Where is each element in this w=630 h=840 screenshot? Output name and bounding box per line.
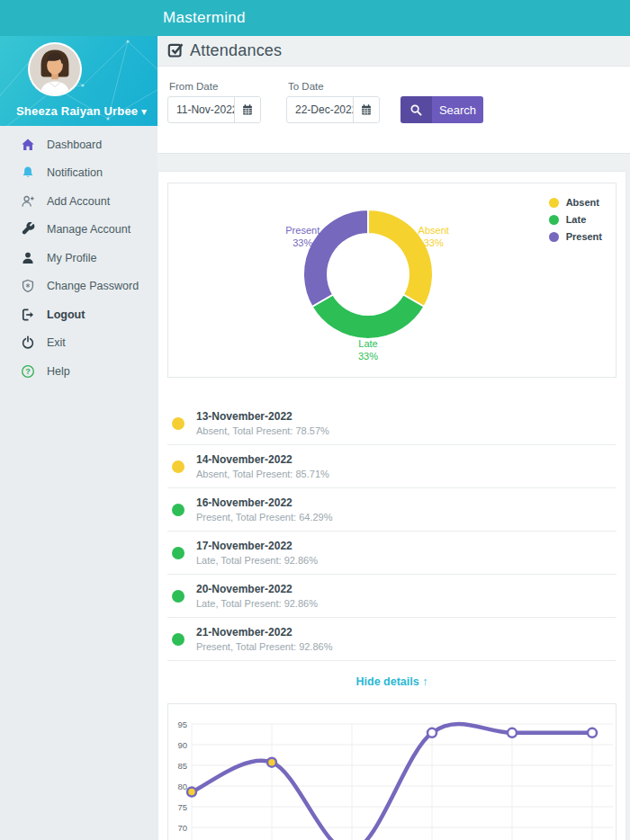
list-item-detail: Late, Total Present: 92.86% xyxy=(196,555,318,566)
list-item-date: 21-November-2022 xyxy=(196,626,332,639)
status-dot xyxy=(172,460,184,473)
sidebar-item-manage-account[interactable]: Manage Account xyxy=(0,216,158,245)
list-item-detail: Absent, Total Present: 85.71% xyxy=(196,469,329,479)
list-item-detail: Late, Total Present: 92.86% xyxy=(196,598,318,609)
status-dot xyxy=(172,547,184,559)
sidebar-item-label: Dashboard xyxy=(47,139,102,151)
sidebar-profile: Sheeza Raiyan Urbee ▾ xyxy=(0,36,158,126)
list-item[interactable]: 20-November-2022Late, Total Present: 92.… xyxy=(167,575,616,618)
list-item-detail: Present, Total Present: 92.86% xyxy=(196,641,332,652)
list-item-date: 14-November-2022 xyxy=(196,453,329,466)
sidebar-item-add-account[interactable]: Add Account xyxy=(0,187,158,216)
to-date-value[interactable]: 22-Dec-2022 xyxy=(287,97,353,122)
legend-dot xyxy=(549,215,559,225)
hide-details-label: Hide details xyxy=(356,675,419,688)
list-item[interactable]: 17-November-2022Late, Total Present: 92.… xyxy=(167,532,616,575)
sidebar-item-change-password[interactable]: Change Password xyxy=(0,273,158,301)
sidebar-item-help[interactable]: ? Help xyxy=(0,357,158,386)
list-item-date: 17-November-2022 xyxy=(196,540,318,552)
avatar-illustration xyxy=(30,44,80,94)
svg-text:75: 75 xyxy=(177,802,187,812)
user-menu[interactable]: Sheeza Raiyan Urbee ▾ xyxy=(16,104,147,118)
user-name: Sheeza Raiyan Urbee xyxy=(16,104,138,118)
search-button[interactable]: Search xyxy=(400,96,483,123)
legend-item-absent[interactable]: Absent xyxy=(549,197,602,208)
shield-icon xyxy=(20,279,35,294)
svg-text:Late33%: Late33% xyxy=(358,338,378,362)
search-button-label: Search xyxy=(432,96,483,123)
list-item-date: 13-November-2022 xyxy=(196,410,329,423)
legend-label: Late xyxy=(566,214,587,225)
list-item[interactable]: 16-November-2022Present, Total Present: … xyxy=(167,488,616,532)
list-item[interactable]: 13-November-2022Absent, Total Present: 7… xyxy=(167,402,616,445)
wrench-icon xyxy=(20,222,35,237)
help-icon: ? xyxy=(20,363,35,379)
page-title: Attendances xyxy=(190,41,282,60)
sidebar-item-label: Add Account xyxy=(47,195,110,208)
from-date-value[interactable]: 11-Nov-2022 xyxy=(168,97,234,122)
sidebar-item-exit[interactable]: Exit xyxy=(0,329,158,358)
list-item-date: 20-November-2022 xyxy=(196,583,318,595)
sidebar-item-my-profile[interactable]: My Profile xyxy=(0,244,158,273)
legend-dot xyxy=(549,232,559,242)
arrow-up-icon: ↑ xyxy=(422,675,428,688)
attendance-donut-card: Absent33%Late33%Present33% Absent Late P… xyxy=(167,183,616,378)
list-item-detail: Absent, Total Present: 78.57% xyxy=(196,425,329,436)
hide-details-link[interactable]: Hide details ↑ xyxy=(167,661,616,703)
svg-text:85: 85 xyxy=(177,761,187,771)
to-date-label: To Date xyxy=(288,81,324,92)
attendance-line-chart: 959085807570 xyxy=(176,713,619,840)
calendar-icon[interactable] xyxy=(234,97,260,122)
page-title-bar: Attendances xyxy=(158,36,630,67)
sidebar-item-label: Notification xyxy=(47,166,103,179)
sidebar-item-dashboard[interactable]: Dashboard xyxy=(0,130,158,159)
power-icon xyxy=(20,335,35,351)
svg-text:90: 90 xyxy=(177,740,187,750)
legend-label: Absent xyxy=(566,197,599,208)
sidebar-menu: Dashboard Notification Add Account Manag… xyxy=(0,126,158,386)
legend-item-present[interactable]: Present xyxy=(549,231,602,242)
sidebar-item-label: Manage Account xyxy=(47,223,130,236)
chart-legend: Absent Late Present xyxy=(549,197,602,248)
sidebar-item-logout[interactable]: Logout xyxy=(0,300,158,329)
list-item[interactable]: 14-November-2022Absent, Total Present: 8… xyxy=(167,445,616,488)
sidebar-item-label: Logout xyxy=(47,308,85,321)
attendance-line-card: 959085807570 xyxy=(167,703,616,840)
logout-icon xyxy=(20,307,35,322)
svg-text:80: 80 xyxy=(177,782,187,791)
attendance-report-panel: Absent33%Late33%Present33% Absent Late P… xyxy=(158,171,626,840)
calendar-icon[interactable] xyxy=(353,97,379,122)
bell-icon xyxy=(20,165,35,181)
user-icon xyxy=(20,250,35,265)
app-title: Mastermind xyxy=(163,0,246,36)
checkbox-check-icon xyxy=(167,41,184,61)
sidebar: Sheeza Raiyan Urbee ▾ Dashboard Notifica… xyxy=(0,36,158,840)
home-icon xyxy=(20,137,35,152)
legend-label: Present xyxy=(566,231,602,242)
svg-text:70: 70 xyxy=(177,823,187,833)
svg-text:95: 95 xyxy=(177,719,187,729)
main-content: Attendances From Date To Date 11-Nov-202… xyxy=(158,36,630,840)
legend-dot xyxy=(549,198,559,208)
attendance-list: 13-November-2022Absent, Total Present: 7… xyxy=(167,402,616,661)
sidebar-item-label: Help xyxy=(47,365,70,378)
list-item[interactable]: 21-November-2022Present, Total Present: … xyxy=(167,618,616,661)
sidebar-item-notification[interactable]: Notification xyxy=(0,159,158,188)
avatar[interactable] xyxy=(28,42,82,96)
search-icon xyxy=(400,96,432,123)
list-item-detail: Present, Total Present: 64.29% xyxy=(196,512,332,523)
from-date-input[interactable]: 11-Nov-2022 xyxy=(167,96,261,123)
sidebar-item-label: My Profile xyxy=(47,252,97,264)
from-date-label: From Date xyxy=(169,81,218,92)
sidebar-item-label: Change Password xyxy=(47,280,139,292)
status-dot xyxy=(172,590,184,603)
date-filter-panel: From Date To Date 11-Nov-2022 22-Dec-202… xyxy=(158,67,630,154)
status-dot xyxy=(172,417,184,430)
add-user-icon xyxy=(20,193,35,209)
svg-text:Absent33%: Absent33% xyxy=(418,225,449,248)
app-header: Mastermind xyxy=(0,0,630,36)
list-item-date: 16-November-2022 xyxy=(196,496,332,509)
legend-item-late[interactable]: Late xyxy=(549,214,602,225)
to-date-input[interactable]: 22-Dec-2022 xyxy=(286,96,380,123)
status-dot xyxy=(172,633,184,646)
